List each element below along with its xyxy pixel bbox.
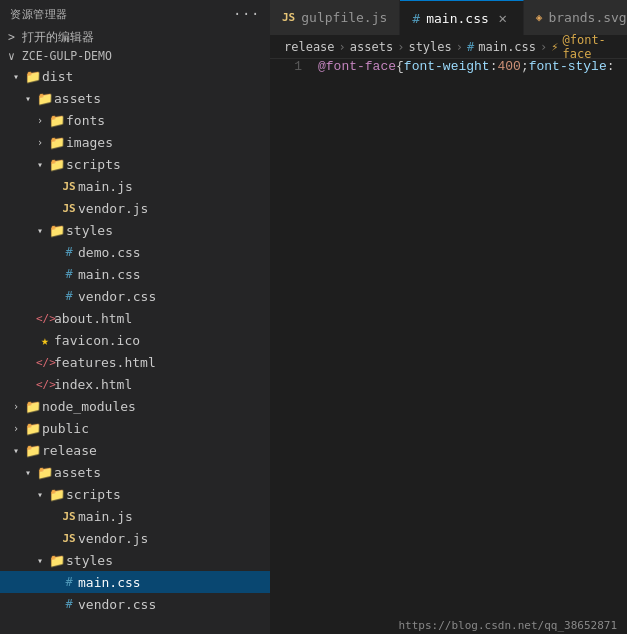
- tree-item-vendor-js2[interactable]: JS vendor.js: [0, 527, 270, 549]
- tree-item-label: vendor.js: [78, 201, 270, 216]
- tree-item-assets2[interactable]: 📁 assets: [0, 461, 270, 483]
- close-tab-icon[interactable]: ✕: [495, 10, 511, 26]
- tree-item-main-js1[interactable]: JS main.js: [0, 175, 270, 197]
- tree-item-dist[interactable]: 📁 dist: [0, 65, 270, 87]
- tab-gulpfile[interactable]: JS gulpfile.js: [270, 0, 400, 35]
- html-file-icon: </>: [36, 378, 54, 391]
- chevron-scripts1-icon: [32, 159, 48, 170]
- js-file-icon: JS: [60, 510, 78, 523]
- folder-icon: 📁: [48, 487, 66, 502]
- sidebar-title: 资源管理器: [10, 7, 68, 22]
- chevron-node-modules-icon: [8, 401, 24, 412]
- tree-item-scripts1[interactable]: 📁 scripts: [0, 153, 270, 175]
- folder-icon: 📁: [24, 421, 42, 436]
- tab-main-css[interactable]: # main.css ✕: [400, 0, 523, 35]
- chevron-images-icon: [32, 137, 48, 148]
- tree-item-scripts2[interactable]: 📁 scripts: [0, 483, 270, 505]
- folder-icon: 📁: [48, 157, 66, 172]
- tree-item-vendor-css2[interactable]: # vendor.css: [0, 593, 270, 615]
- tree-item-vendor-css1[interactable]: # vendor.css: [0, 285, 270, 307]
- tree-item-styles1[interactable]: 📁 styles: [0, 219, 270, 241]
- open-editors-label: > 打开的编辑器: [8, 30, 94, 45]
- sidebar-header: 资源管理器 ···: [0, 0, 270, 28]
- tree-item-label: index.html: [54, 377, 270, 392]
- chevron-dist-icon: [8, 71, 24, 82]
- breadcrumb-sep2: ›: [397, 40, 404, 54]
- tree-item-favicon[interactable]: ★ favicon.ico: [0, 329, 270, 351]
- open-editors-section[interactable]: > 打开的编辑器: [0, 28, 270, 47]
- project-section[interactable]: ∨ ZCE-GULP-DEMO: [0, 47, 270, 65]
- breadcrumb-font-face: @font-face: [563, 33, 614, 61]
- breadcrumb-func-icon: ⚡: [551, 40, 558, 54]
- line-content-1: @font-face{font-weight:400;font-style:: [318, 59, 627, 74]
- breadcrumb-sep3: ›: [456, 40, 463, 54]
- breadcrumb-sep1: ›: [339, 40, 346, 54]
- html-file-icon: </>: [36, 312, 54, 325]
- tree-item-label: vendor.css: [78, 289, 270, 304]
- folder-icon: 📁: [48, 553, 66, 568]
- ico-file-icon: ★: [36, 333, 54, 348]
- more-options-icon[interactable]: ···: [233, 6, 260, 22]
- line-number-1: 1: [270, 59, 318, 74]
- folder-icon: 📁: [36, 91, 54, 106]
- breadcrumb-hash: #: [467, 40, 474, 54]
- tree-item-demo-css[interactable]: # demo.css: [0, 241, 270, 263]
- chevron-styles2-icon: [32, 555, 48, 566]
- tree-item-styles2[interactable]: 📁 styles: [0, 549, 270, 571]
- status-bar-url: https://blog.csdn.net/qq_38652871: [388, 617, 627, 634]
- tree-item-main-css2[interactable]: # main.css: [0, 571, 270, 593]
- tree-item-vendor-js1[interactable]: JS vendor.js: [0, 197, 270, 219]
- brands-svg-tab-label: brands.svg: [548, 10, 626, 25]
- main-panel: JS gulpfile.js # main.css ✕ ◈ brands.svg…: [270, 0, 627, 634]
- folder-icon: 📁: [36, 465, 54, 480]
- sidebar-header-actions[interactable]: ···: [233, 6, 260, 22]
- sidebar: 资源管理器 ··· > 打开的编辑器 ∨ ZCE-GULP-DEMO 📁 dis…: [0, 0, 270, 634]
- project-label: ∨ ZCE-GULP-DEMO: [8, 49, 112, 63]
- tree-item-public[interactable]: 📁 public: [0, 417, 270, 439]
- tree-item-label: public: [42, 421, 270, 436]
- tree-item-label: assets: [54, 91, 270, 106]
- tree-item-label: demo.css: [78, 245, 270, 260]
- css-file-icon: #: [60, 289, 78, 303]
- js-file-icon: JS: [60, 532, 78, 545]
- chevron-scripts2-icon: [32, 489, 48, 500]
- js-file-icon: JS: [60, 202, 78, 215]
- tree-item-release[interactable]: 📁 release: [0, 439, 270, 461]
- tree-item-images[interactable]: 📁 images: [0, 131, 270, 153]
- tree-item-fonts[interactable]: 📁 fonts: [0, 109, 270, 131]
- css-file-icon: #: [60, 575, 78, 589]
- tree-item-node-modules[interactable]: 📁 node_modules: [0, 395, 270, 417]
- tree-item-assets1[interactable]: 📁 assets: [0, 87, 270, 109]
- folder-icon: 📁: [48, 135, 66, 150]
- tree-item-index-html[interactable]: </> index.html: [0, 373, 270, 395]
- tree-item-label: about.html: [54, 311, 270, 326]
- gulpfile-tab-icon: JS: [282, 11, 295, 24]
- tree-item-label: main.css: [78, 267, 270, 282]
- chevron-assets2-icon: [20, 467, 36, 478]
- breadcrumb-release: release: [284, 40, 335, 54]
- tree-item-label: vendor.css: [78, 597, 270, 612]
- css-file-icon: #: [60, 597, 78, 611]
- tree-item-label: scripts: [66, 487, 270, 502]
- url-text: https://blog.csdn.net/qq_38652871: [398, 619, 617, 632]
- tree-item-label: dist: [42, 69, 270, 84]
- tree-item-about-html[interactable]: </> about.html: [0, 307, 270, 329]
- css-file-icon: #: [60, 245, 78, 259]
- tree-item-main-js2[interactable]: JS main.js: [0, 505, 270, 527]
- editor-line-1: 1 @font-face{font-weight:400;font-style:: [270, 59, 627, 78]
- tree-item-features-html[interactable]: </> features.html: [0, 351, 270, 373]
- main-css-tab-label: main.css: [426, 11, 489, 26]
- tree-item-label: styles: [66, 553, 270, 568]
- breadcrumb-maincss: main.css: [478, 40, 536, 54]
- chevron-assets1-icon: [20, 93, 36, 104]
- css-file-icon: #: [60, 267, 78, 281]
- main-css-tab-icon: #: [412, 11, 420, 26]
- folder-icon: 📁: [24, 399, 42, 414]
- chevron-release-icon: [8, 445, 24, 456]
- tab-bar: JS gulpfile.js # main.css ✕ ◈ brands.svg: [270, 0, 627, 35]
- tree-item-label: styles: [66, 223, 270, 238]
- tab-brands-svg[interactable]: ◈ brands.svg: [524, 0, 627, 35]
- tree-item-label: fonts: [66, 113, 270, 128]
- tree-item-main-css1[interactable]: # main.css: [0, 263, 270, 285]
- tree-item-label: vendor.js: [78, 531, 270, 546]
